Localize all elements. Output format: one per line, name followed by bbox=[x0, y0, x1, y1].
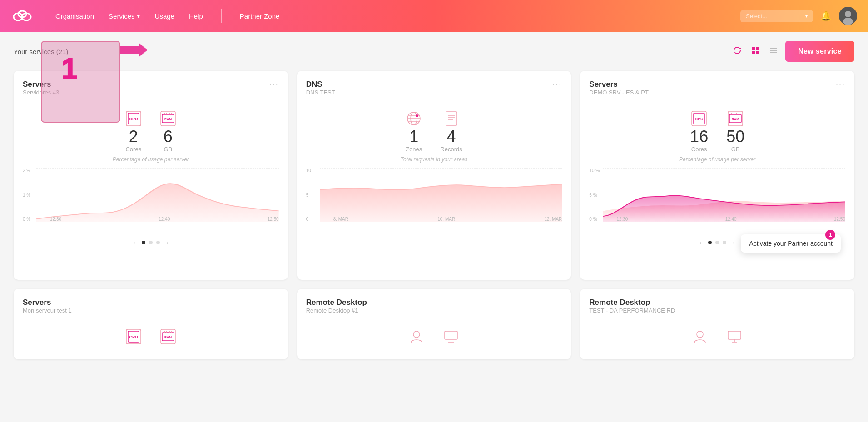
chart-gridlines bbox=[36, 168, 279, 222]
toolbar: Your services (21) New service bbox=[14, 41, 854, 62]
card-desc: Percentage of usage per server bbox=[589, 156, 845, 163]
card-stats bbox=[589, 328, 845, 347]
header-right: Select... ▾ 🔔 bbox=[740, 7, 857, 25]
card-title: Remote Desktop bbox=[306, 298, 367, 307]
svg-text:CPU: CPU bbox=[129, 335, 138, 339]
avatar[interactable] bbox=[839, 7, 857, 25]
ram-icon: RAM bbox=[160, 110, 176, 127]
card-header: Remote Desktop Remote Desktop #1 ··· bbox=[306, 298, 562, 321]
stat-records: 4 Records bbox=[440, 110, 462, 153]
nav-partner-zone[interactable]: Partner Zone bbox=[240, 12, 280, 20]
stat-screen bbox=[726, 328, 743, 347]
org-dropdown[interactable]: Select... ▾ bbox=[740, 10, 813, 22]
card-servers-3: Servers Mon serveur test 1 ··· CPU RAM bbox=[14, 289, 288, 359]
chart-x-labels: 8. MAR 10. MAR 12. MAR bbox=[333, 217, 562, 222]
page-dot-1[interactable] bbox=[708, 241, 712, 244]
card-menu-button[interactable]: ··· bbox=[552, 298, 562, 308]
partner-tooltip-badge: 1 bbox=[825, 230, 835, 240]
partner-tooltip[interactable]: 1 Activate your Partner account bbox=[741, 234, 841, 253]
stat-number: 2 bbox=[125, 129, 142, 145]
page-dot-1[interactable] bbox=[142, 241, 145, 244]
card-menu-button[interactable]: ··· bbox=[836, 80, 845, 89]
svg-rect-7 bbox=[752, 47, 755, 50]
stat-number: 4 bbox=[440, 129, 462, 145]
card-title-area: Remote Desktop Remote Desktop #1 bbox=[306, 298, 367, 321]
svg-text:CPU: CPU bbox=[129, 117, 138, 121]
next-page-button[interactable]: › bbox=[164, 237, 171, 248]
chart-gridlines bbox=[320, 168, 562, 222]
nav-organisation[interactable]: Organisation bbox=[55, 12, 94, 20]
stat-number: 6 bbox=[160, 129, 176, 145]
stat-ram: RAM bbox=[160, 328, 176, 347]
card-stats: 1 Zones 4 Records bbox=[306, 110, 562, 153]
card-menu-button[interactable]: ··· bbox=[269, 298, 279, 308]
grid-view-button[interactable] bbox=[749, 44, 762, 59]
prev-page-button[interactable]: ‹ bbox=[697, 237, 704, 248]
card-desc: Total requests in your areas bbox=[306, 156, 562, 163]
user-icon bbox=[692, 328, 708, 345]
card-remote-desktop-1: Remote Desktop Remote Desktop #1 ··· bbox=[297, 289, 571, 359]
logo[interactable] bbox=[11, 7, 34, 25]
card-menu-button[interactable]: ··· bbox=[269, 80, 279, 89]
svg-point-30 bbox=[416, 114, 418, 117]
stat-number: 1 bbox=[406, 129, 422, 145]
card-title-area: DNS DNS TEST bbox=[306, 80, 335, 103]
stat-ram: RAM 6 GB bbox=[160, 110, 176, 153]
card-title: Servers bbox=[23, 298, 72, 307]
services-count-label: Your services (21) bbox=[14, 48, 68, 55]
nav-services[interactable]: Services ▾ bbox=[109, 12, 140, 20]
svg-rect-10 bbox=[756, 51, 759, 54]
svg-text:RAM: RAM bbox=[732, 118, 739, 121]
stat-user bbox=[408, 328, 425, 347]
card-header: Servers Mon serveur test 1 ··· bbox=[23, 298, 279, 321]
stat-ram: RAM 50 GB bbox=[726, 110, 744, 153]
card-subtitle: DNS TEST bbox=[306, 89, 335, 96]
prev-page-button[interactable]: ‹ bbox=[130, 237, 138, 248]
cpu-icon: CPU bbox=[125, 110, 142, 127]
chart-y-labels: 10 5 0 bbox=[306, 168, 311, 232]
page-dot-3[interactable] bbox=[156, 241, 160, 244]
records-icon bbox=[443, 110, 460, 127]
list-view-button[interactable] bbox=[767, 44, 780, 59]
card-stats: CPU RAM bbox=[23, 328, 279, 347]
stat-cpu: CPU 16 Cores bbox=[690, 110, 708, 153]
bell-icon[interactable]: 🔔 bbox=[820, 11, 832, 21]
card-subtitle: Servidores #3 bbox=[23, 89, 59, 96]
svg-rect-8 bbox=[756, 47, 759, 50]
chart-y-labels: 10 % 5 % 0 % bbox=[589, 168, 600, 232]
dropdown-arrow-icon: ▾ bbox=[805, 14, 808, 19]
card-subtitle: DEMO SRV - ES & PT bbox=[589, 89, 649, 96]
ram-icon: RAM bbox=[727, 110, 744, 127]
page-dot-3[interactable] bbox=[723, 241, 726, 244]
card-menu-button[interactable]: ··· bbox=[552, 80, 562, 89]
next-page-button[interactable]: › bbox=[730, 237, 738, 248]
card-header: Servers DEMO SRV - ES & PT ··· bbox=[589, 80, 845, 103]
cpu-icon: CPU bbox=[691, 110, 707, 127]
stat-cpu: CPU 2 Cores bbox=[125, 110, 142, 153]
page-dot-2[interactable] bbox=[715, 241, 719, 244]
card-title-area: Servers DEMO SRV - ES & PT bbox=[589, 80, 649, 103]
nav-usage[interactable]: Usage bbox=[155, 12, 174, 20]
stat-screen bbox=[443, 328, 459, 347]
card-title-area: Remote Desktop TEST - DA PERFORMANCE RD bbox=[589, 298, 675, 321]
chart-area: 10 5 0 bbox=[306, 168, 562, 232]
card-servers-2: Servers DEMO SRV - ES & PT ··· CPU 16 Co… bbox=[580, 71, 854, 280]
org-dropdown-label: Select... bbox=[746, 13, 802, 20]
new-service-button[interactable]: New service bbox=[785, 41, 854, 62]
card-title: Servers bbox=[589, 80, 649, 89]
svg-rect-9 bbox=[752, 51, 755, 54]
nav-help[interactable]: Help bbox=[189, 12, 203, 20]
stat-zones: 1 Zones bbox=[406, 110, 422, 153]
page-dot-2[interactable] bbox=[149, 241, 153, 244]
screen-icon bbox=[443, 328, 459, 345]
card-title-area: Servers Servidores #3 bbox=[23, 80, 59, 103]
chart-inner: 8. MAR 10. MAR 12. MAR bbox=[320, 168, 562, 222]
card-stats: CPU 16 Cores RAM 50 GB bbox=[589, 110, 845, 153]
card-menu-button[interactable]: ··· bbox=[836, 298, 845, 308]
partner-tooltip-text: Activate your Partner account bbox=[749, 240, 833, 247]
card-desc: Percentage of usage per server bbox=[23, 156, 279, 163]
svg-point-5 bbox=[843, 18, 853, 25]
svg-text:RAM: RAM bbox=[164, 336, 172, 339]
refresh-button[interactable] bbox=[731, 44, 744, 59]
svg-point-59 bbox=[697, 331, 703, 338]
